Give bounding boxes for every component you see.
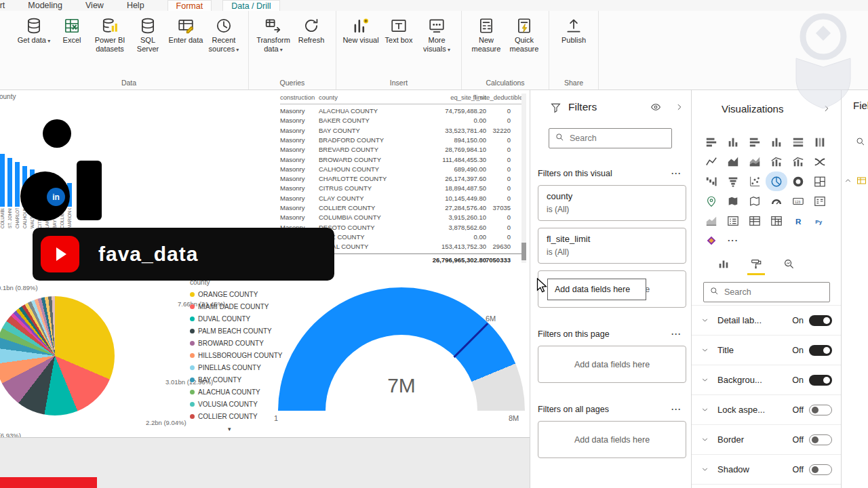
ribbon-power-bi-datasets-button[interactable]: Power BI datasets xyxy=(91,12,129,76)
filters-search-input[interactable] xyxy=(568,133,666,144)
menu-tab-format[interactable]: Format xyxy=(167,0,212,12)
python-visual-icon[interactable]: Py xyxy=(809,211,831,230)
menu-tab-view[interactable]: View xyxy=(85,0,104,11)
map-icon[interactable] xyxy=(701,191,722,211)
format-section-border[interactable]: BorderOff xyxy=(692,424,841,454)
line-chart-icon[interactable] xyxy=(701,152,722,171)
chevron-down-icon[interactable] xyxy=(701,405,709,414)
legend-item[interactable]: BAY COUNTY xyxy=(190,373,285,386)
r-script-visual-icon[interactable]: R xyxy=(787,211,809,230)
table-scrollbar-thumb[interactable] xyxy=(521,243,526,260)
more-options-icon[interactable]: ··· xyxy=(671,169,682,178)
col-header-county[interactable]: county xyxy=(319,94,338,101)
more-options-icon[interactable]: ··· xyxy=(671,405,682,414)
table-row[interactable]: MasonryCHARLOTTE COUNTY26,174,397.600 xyxy=(280,175,521,184)
filter-dropzone[interactable]: Add data fields here xyxy=(538,421,686,458)
stacked-column-chart-icon[interactable] xyxy=(722,132,744,152)
filter-dropzone[interactable]: Add data fields hereAdd data fields here xyxy=(538,270,686,308)
ribbon-enter-data-button[interactable]: Enter data xyxy=(167,12,205,76)
ribbon-text-box-button[interactable]: Text box xyxy=(380,12,418,76)
kpi-icon[interactable] xyxy=(701,211,722,230)
hundred-stacked-bar-chart-icon[interactable] xyxy=(787,132,809,152)
line-and-stacked-column-chart-icon[interactable] xyxy=(766,152,787,171)
search-icon[interactable] xyxy=(855,136,865,149)
table-row[interactable]: MasonryBREVARD COUNTY28,769,984.100 xyxy=(280,146,521,155)
table-row[interactable]: MasonryBROWARD COUNTY111,484,455.300 xyxy=(280,156,521,165)
pie-chart-visual[interactable] xyxy=(0,296,115,415)
toggle-switch[interactable] xyxy=(809,345,832,356)
treemap-icon[interactable] xyxy=(809,171,831,191)
hundred-stacked-column-chart-icon[interactable] xyxy=(809,132,831,152)
chevron-up-icon[interactable] xyxy=(844,176,852,188)
filter-dropzone[interactable]: Add data fields here xyxy=(538,346,686,383)
chevron-down-icon[interactable] xyxy=(701,465,709,474)
line-and-clustered-column-chart-icon[interactable] xyxy=(787,152,809,171)
legend-item[interactable]: MIAMI DADE COUNTY xyxy=(190,300,285,312)
chevron-down-icon[interactable] xyxy=(701,346,709,354)
legend-scroll-down-icon[interactable]: ▾ xyxy=(228,426,231,432)
table-scrollbar[interactable] xyxy=(521,94,526,263)
table-row[interactable]: MasonryCOLLIER COUNTY27,284,576.4037035 xyxy=(280,204,521,214)
col-header-fl-site-deductible[interactable]: fl_site_deductible xyxy=(473,94,523,101)
ribbon-excel-button[interactable]: Excel xyxy=(53,12,91,76)
analytics-tab[interactable] xyxy=(777,255,800,272)
table-row[interactable]: MasonryCALHOUN COUNTY689,490.000 xyxy=(280,165,521,175)
slicer-icon[interactable] xyxy=(722,211,744,230)
legend-item[interactable]: ORANGE COUNTY xyxy=(190,288,285,300)
menu-tab-data-drill[interactable]: Data / Drill xyxy=(222,0,279,12)
format-section-backgrou[interactable]: Backgrou...On xyxy=(692,365,841,394)
filter-card-county[interactable]: countyis (All) xyxy=(538,185,686,221)
chevron-down-icon[interactable] xyxy=(701,435,709,444)
format-search-box[interactable] xyxy=(703,282,830,302)
pie-chart-icon[interactable] xyxy=(766,171,787,191)
card-icon[interactable]: 123 xyxy=(787,191,809,211)
legend-item[interactable]: HILLSBOROUGH COUNTY xyxy=(190,349,285,361)
scatter-chart-icon[interactable] xyxy=(744,171,766,191)
area-chart-icon[interactable] xyxy=(722,152,744,171)
table-row[interactable]: MasonryBRADFORD COUNTY894,150.000 xyxy=(280,136,521,146)
format-section-detail-lab[interactable]: Detail lab...On xyxy=(692,305,841,335)
report-canvas[interactable]: county COLUMBIA C...ST. JOHNS ...CHARLOT… xyxy=(0,90,530,488)
ribbon-transform-data-button[interactable]: Transform data ▾ xyxy=(254,12,292,76)
format-section-tooltip[interactable]: TooltipOff xyxy=(692,484,841,488)
clustered-column-chart-icon[interactable] xyxy=(766,132,787,152)
table-row[interactable]: MasonryCOLUMBIA COUNTY3,915,260.100 xyxy=(280,214,521,223)
funnel-chart-icon[interactable] xyxy=(722,171,744,191)
legend-item[interactable]: COLLIER COUNTY xyxy=(190,410,285,422)
legend-item[interactable]: VOLUSIA COUNTY xyxy=(190,398,285,410)
format-section-title[interactable]: TitleOn xyxy=(692,335,841,365)
multi-row-card-icon[interactable] xyxy=(809,191,831,211)
table-row[interactable]: MasonryBAY COUNTY33,523,781.4032220 xyxy=(280,127,521,136)
filter-card-fl-site-limit[interactable]: fl_site_limitis (All) xyxy=(538,228,686,264)
format-section-shadow[interactable]: ShadowOff xyxy=(692,454,841,484)
table-row[interactable]: MasonryBAKER COUNTY0.000 xyxy=(280,117,521,126)
menu-tab-modeling[interactable]: Modeling xyxy=(28,0,62,11)
ribbon-chart-icon[interactable] xyxy=(809,152,831,171)
table-row[interactable]: MasonryCLAY COUNTY10,145,449.800 xyxy=(280,195,521,204)
collapse-pane-chevron-icon[interactable] xyxy=(822,104,831,116)
power-apps-visual-icon[interactable] xyxy=(701,230,722,250)
toggle-switch[interactable] xyxy=(809,375,832,386)
more-options-icon[interactable]: ··· xyxy=(671,329,682,339)
gauge-icon[interactable] xyxy=(766,191,787,211)
toggle-switch[interactable] xyxy=(809,464,832,475)
ribbon-new-measure-button[interactable]: New measure xyxy=(467,12,505,76)
legend-item[interactable]: DUVAL COUNTY xyxy=(190,312,285,325)
waterfall-chart-icon[interactable] xyxy=(701,171,722,191)
shape-map-icon[interactable] xyxy=(744,191,766,211)
fields-tab[interactable] xyxy=(712,255,735,272)
ribbon-new-visual-button[interactable]: New visual xyxy=(342,12,380,76)
table-row[interactable]: MasonryCITRUS COUNTY18,894,487.500 xyxy=(280,184,521,194)
legend-item[interactable]: ALACHUA COUNTY xyxy=(190,386,285,398)
bar[interactable] xyxy=(0,154,5,207)
filled-map-icon[interactable] xyxy=(722,191,744,211)
ribbon-recent-sources-button[interactable]: Recent sources ▾ xyxy=(205,12,243,76)
ribbon-sql-server-button[interactable]: SQL Server xyxy=(129,12,167,76)
menu-tab-insert[interactable]: Insert xyxy=(0,0,5,11)
chevron-down-icon[interactable] xyxy=(701,316,709,325)
clustered-bar-chart-icon[interactable] xyxy=(744,132,766,152)
col-header-construction[interactable]: construction xyxy=(280,94,315,101)
chevron-down-icon[interactable] xyxy=(701,375,709,384)
legend-item[interactable]: PINELLAS COUNTY xyxy=(190,361,285,373)
format-section-lock-aspe[interactable]: Lock aspe...Off xyxy=(692,394,841,424)
